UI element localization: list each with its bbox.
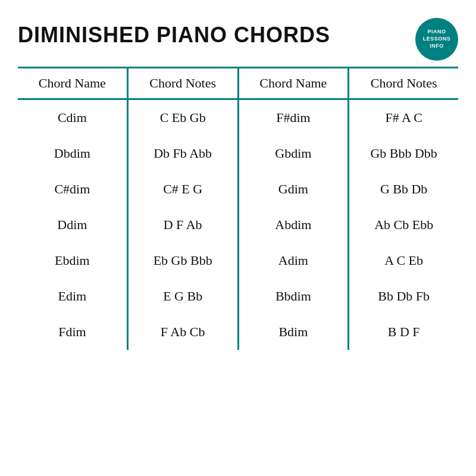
chord-name2-row-2: Gdim — [239, 171, 348, 207]
chord-name2-row-3: Abdim — [239, 207, 348, 243]
chord-notes2-row-0: F# A C — [349, 100, 458, 136]
chord-notes2-row-4: A C Eb — [349, 243, 458, 278]
col-notes1: C Eb GbDb Fb AbbC# E GD F AbEb Gb BbbE G… — [129, 100, 237, 350]
chord-name1-row-4: Ebdim — [18, 243, 127, 278]
chord-name1-row-5: Edim — [18, 278, 127, 314]
col-header-4: Chord Notes — [349, 68, 458, 98]
chord-notes1-row-5: E G Bb — [129, 278, 237, 314]
column-headers: Chord Name Chord Notes Chord Name Chord … — [18, 67, 458, 100]
chord-name1-row-6: Fdim — [18, 314, 127, 350]
col-header-2: Chord Notes — [129, 68, 237, 98]
col-header-1: Chord Name — [18, 68, 127, 98]
chord-notes2-row-6: B D F — [349, 314, 458, 350]
col-header-3: Chord Name — [239, 68, 348, 98]
page: DIMINISHED PIANO CHORDS PIANOLESSONSINFO… — [0, 0, 476, 476]
chord-notes1-row-4: Eb Gb Bbb — [129, 243, 237, 278]
chord-name2-row-5: Bbdim — [239, 278, 348, 314]
chord-name2-row-0: F#dim — [239, 100, 348, 136]
logo-circle: PIANOLESSONSINFO — [415, 18, 458, 61]
col-notes2: F# A CGb Bbb DbbG Bb DbAb Cb EbbA C EbBb… — [349, 100, 458, 350]
chord-name1-row-3: Ddim — [18, 207, 127, 243]
chord-name1-row-0: Cdim — [18, 100, 127, 136]
chord-notes2-row-5: Bb Db Fb — [349, 278, 458, 314]
chord-name2-row-4: Adim — [239, 243, 348, 278]
chord-notes1-row-2: C# E G — [129, 171, 237, 207]
chord-notes2-row-3: Ab Cb Ebb — [349, 207, 458, 243]
chord-name2-row-1: Gbdim — [239, 136, 348, 171]
data-rows: CdimDbdimC#dimDdimEbdimEdimFdim C Eb GbD… — [18, 100, 458, 350]
chord-table: Chord Name Chord Notes Chord Name Chord … — [18, 67, 458, 350]
chord-notes2-row-2: G Bb Db — [349, 171, 458, 207]
chord-notes1-row-0: C Eb Gb — [129, 100, 237, 136]
col-name2: F#dimGbdimGdimAbdimAdimBbdimBdim — [239, 100, 348, 350]
chord-notes2-row-1: Gb Bbb Dbb — [349, 136, 458, 171]
logo-text: PIANOLESSONSINFO — [423, 29, 451, 49]
col-name1: CdimDbdimC#dimDdimEbdimEdimFdim — [18, 100, 127, 350]
chord-name1-row-1: Dbdim — [18, 136, 127, 171]
chord-name1-row-2: C#dim — [18, 171, 127, 207]
chord-notes1-row-1: Db Fb Abb — [129, 136, 237, 171]
chord-notes1-row-3: D F Ab — [129, 207, 237, 243]
chord-notes1-row-6: F Ab Cb — [129, 314, 237, 350]
page-title: DIMINISHED PIANO CHORDS — [18, 23, 330, 48]
header-row: DIMINISHED PIANO CHORDS PIANOLESSONSINFO — [18, 18, 458, 61]
chord-name2-row-6: Bdim — [239, 314, 348, 350]
